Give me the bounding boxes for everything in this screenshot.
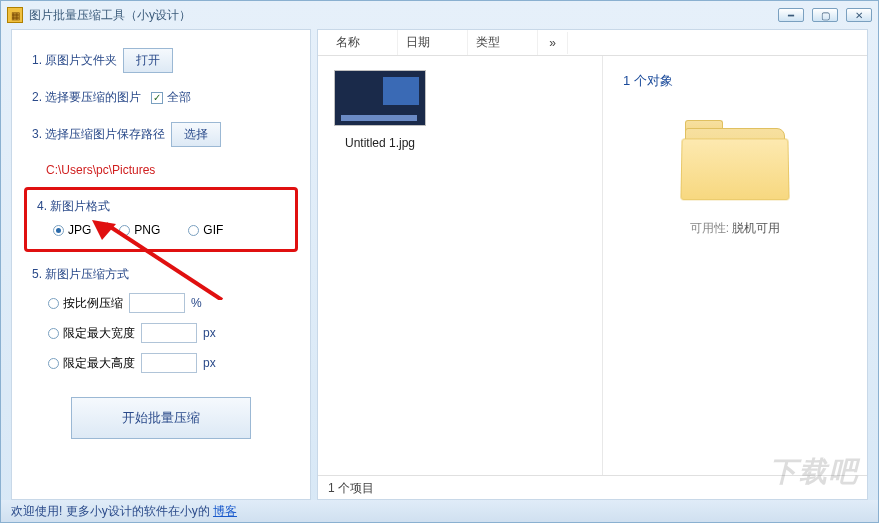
start-compress-button[interactable]: 开始批量压缩 (71, 397, 251, 439)
file-browser: 名称 日期 类型 » Untitled 1.jpg 1 个对象 (317, 29, 868, 500)
file-footer: 1 个项目 (318, 475, 867, 499)
open-folder-button[interactable]: 打开 (123, 48, 173, 73)
save-path: C:\Users\pc\Pictures (46, 163, 290, 177)
format-highlight: 4. 新图片格式 JPG PNG GIF (24, 187, 298, 252)
radio-maxw[interactable]: 限定最大宽度 (48, 325, 135, 342)
maxh-input[interactable] (141, 353, 197, 373)
avail-label: 可用性: (690, 221, 729, 235)
radio-png-label: PNG (134, 223, 160, 237)
radio-ratio[interactable]: 按比例压缩 (48, 295, 123, 312)
step4-label: 4. 新图片格式 (37, 199, 110, 213)
radio-gif-label: GIF (203, 223, 223, 237)
unit-px2: px (203, 356, 216, 370)
col-type[interactable]: 类型 (468, 30, 538, 55)
radio-maxh[interactable]: 限定最大高度 (48, 355, 135, 372)
file-header: 名称 日期 类型 » (318, 30, 867, 56)
app-window: ▦ 图片批量压缩工具（小y设计） ━ ▢ ✕ 1. 原图片文件夹 打开 2. 选… (0, 0, 879, 523)
radio-dot-icon (188, 225, 199, 236)
titlebar: ▦ 图片批量压缩工具（小y设计） ━ ▢ ✕ (1, 1, 878, 29)
status-text: 欢迎使用! 更多小y设计的软件在小y的 (11, 504, 210, 518)
info-pane: 1 个对象 可用性: 脱机可用 (603, 56, 867, 475)
avail-value: 脱机可用 (732, 221, 780, 235)
radio-dot-icon (48, 358, 59, 369)
radio-maxw-label: 限定最大宽度 (63, 325, 135, 342)
ratio-input[interactable] (129, 293, 185, 313)
settings-panel: 1. 原图片文件夹 打开 2. 选择要压缩的图片 ✓ 全部 3. 选择压缩图片保… (11, 29, 311, 500)
window-title: 图片批量压缩工具（小y设计） (29, 7, 778, 24)
radio-gif[interactable]: GIF (188, 223, 223, 237)
select-path-button[interactable]: 选择 (171, 122, 221, 147)
radio-jpg[interactable]: JPG (53, 223, 91, 237)
radio-maxh-label: 限定最大高度 (63, 355, 135, 372)
file-label: Untitled 1.jpg (326, 132, 434, 150)
statusbar: 欢迎使用! 更多小y设计的软件在小y的 博客 (1, 500, 878, 522)
file-thumbnail (334, 70, 426, 126)
content-area: 1. 原图片文件夹 打开 2. 选择要压缩的图片 ✓ 全部 3. 选择压缩图片保… (11, 29, 868, 500)
maximize-button[interactable]: ▢ (812, 8, 838, 22)
radio-jpg-label: JPG (68, 223, 91, 237)
radio-png[interactable]: PNG (119, 223, 160, 237)
unit-px1: px (203, 326, 216, 340)
step2-label: 2. 选择要压缩的图片 (32, 89, 141, 106)
info-title: 1 个对象 (623, 72, 847, 90)
window-controls: ━ ▢ ✕ (778, 8, 872, 22)
all-checkbox[interactable]: ✓ (151, 92, 163, 104)
app-icon: ▦ (7, 7, 23, 23)
radio-ratio-label: 按比例压缩 (63, 295, 123, 312)
col-date[interactable]: 日期 (398, 30, 468, 55)
file-list: Untitled 1.jpg (318, 56, 603, 475)
radio-dot-icon (48, 298, 59, 309)
file-item[interactable]: Untitled 1.jpg (326, 70, 434, 150)
all-label: 全部 (167, 89, 191, 106)
step1-label: 1. 原图片文件夹 (32, 52, 117, 69)
step5-label: 5. 新图片压缩方式 (32, 267, 129, 281)
folder-icon (675, 120, 795, 210)
close-button[interactable]: ✕ (846, 8, 872, 22)
maxw-input[interactable] (141, 323, 197, 343)
blog-link[interactable]: 博客 (213, 504, 237, 518)
radio-dot-icon (53, 225, 64, 236)
minimize-button[interactable]: ━ (778, 8, 804, 22)
availability-line: 可用性: 脱机可用 (623, 220, 847, 237)
unit-percent: % (191, 296, 202, 310)
radio-dot-icon (119, 225, 130, 236)
step3-label: 3. 选择压缩图片保存路径 (32, 126, 165, 143)
file-body: Untitled 1.jpg 1 个对象 可用性: 脱机可用 (318, 56, 867, 475)
radio-dot-icon (48, 328, 59, 339)
col-name[interactable]: 名称 (328, 30, 398, 55)
col-more[interactable]: » (538, 32, 568, 54)
